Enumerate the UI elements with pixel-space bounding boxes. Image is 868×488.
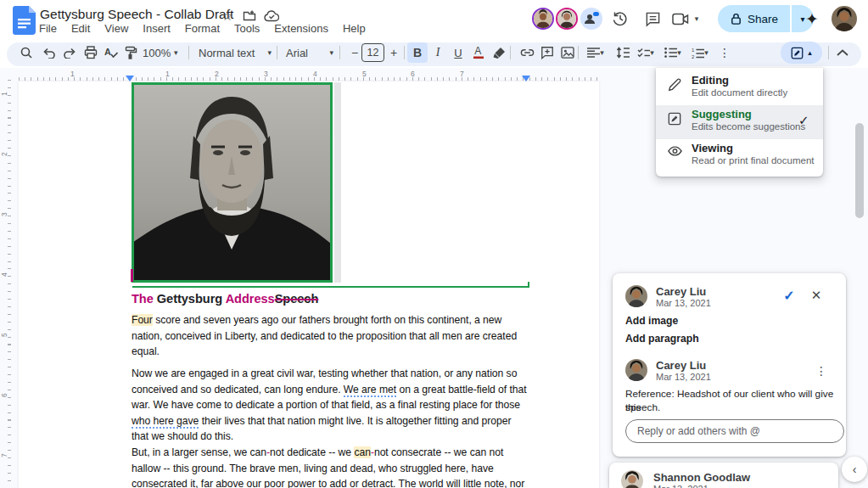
suggestion-comment-card[interactable]: Carey Liu Mar 13, 2021 ✓ ✕ Add image Add… — [613, 273, 846, 457]
doc-paragraph-2[interactable]: Now we are engaged in a great civil war,… — [132, 366, 527, 445]
ruler-number: 1 — [0, 87, 8, 96]
doc-heading[interactable]: The Gettysburg AddressSpeech — [132, 292, 318, 306]
vertical-scrollbar[interactable] — [855, 123, 864, 218]
eye-icon — [668, 146, 683, 161]
comment-options-icon[interactable]: ⋮ — [811, 361, 832, 381]
zoom-select[interactable]: 100% ▾ — [143, 42, 177, 63]
ruler-number: 1 — [165, 70, 170, 78]
more-options-icon[interactable]: ⋮ — [714, 42, 735, 63]
hide-menus-icon[interactable] — [832, 42, 853, 63]
editing-mode-menu: Editing Edit document directly Suggestin… — [656, 68, 823, 177]
image-side-shade — [334, 82, 341, 283]
mode-option-viewing[interactable]: Viewing Read or print final document — [656, 139, 823, 173]
menu-extensions[interactable]: Extensions — [274, 22, 328, 37]
svg-text:1: 1 — [692, 48, 695, 53]
ruler-number: 2 — [0, 148, 8, 156]
collaborator-avatar-2[interactable] — [556, 8, 578, 30]
checklist-icon[interactable]: ▾ — [633, 42, 658, 63]
collapsed-comment-card[interactable]: Shannon Goodlaw Mar 13, 2021 — [609, 463, 838, 488]
comment-date: Mar 13, 2021 — [656, 372, 711, 382]
checklist-caret-icon: ▾ — [650, 48, 654, 57]
share-label: Share — [748, 13, 778, 25]
commenter-avatar — [621, 470, 643, 488]
comment-date: Mar 13, 2021 — [653, 484, 708, 488]
insert-image-icon[interactable] — [557, 42, 578, 63]
menu-bar: File Edit View Insert Format Tools Exten… — [39, 22, 366, 37]
hand-raise-badge[interactable] — [580, 8, 602, 30]
suggestion-change-text: Add image — [625, 315, 678, 327]
line-spacing-icon[interactable] — [613, 42, 633, 63]
comment-date: Mar 13, 2021 — [656, 298, 711, 308]
style-caret-icon: ▾ — [267, 48, 272, 57]
redo-icon[interactable] — [59, 42, 80, 63]
toolbar-divider — [404, 46, 405, 59]
doc-paragraph-3[interactable]: But, in a larger sense, we can-not dedic… — [132, 445, 524, 488]
mode-option-editing[interactable]: Editing Edit document directly — [656, 71, 823, 105]
mode-label: Editing — [692, 74, 729, 87]
docs-logo-icon[interactable] — [13, 6, 36, 35]
accept-suggestion-button[interactable]: ✓ — [779, 285, 799, 306]
suggested-insert-underline — [132, 286, 529, 288]
toolbar-divider — [510, 46, 511, 59]
numbered-list-icon[interactable]: 12 ▾ — [687, 42, 713, 63]
text-color-button[interactable]: A — [468, 42, 489, 63]
underline-button[interactable]: U — [448, 42, 468, 63]
doc-paragraph-1[interactable]: Four score and seven years ago our fathe… — [132, 312, 517, 360]
bulleted-list-icon[interactable]: ▾ — [660, 42, 686, 63]
menu-file[interactable]: File — [39, 22, 57, 37]
reject-suggestion-button[interactable]: ✕ — [806, 285, 826, 306]
ruler-number: 7 — [460, 70, 464, 78]
reply-placeholder: Reply or add others with @ — [637, 425, 760, 437]
bold-button[interactable]: B — [407, 42, 428, 63]
indent-marker[interactable] — [126, 76, 134, 81]
svg-text:2: 2 — [692, 53, 695, 59]
document-page[interactable]: The Gettysburg AddressSpeech Four score … — [19, 81, 599, 488]
ruler-number: 4 — [0, 268, 8, 277]
menu-help[interactable]: Help — [343, 22, 366, 37]
share-button[interactable]: Share — [718, 5, 790, 32]
print-icon[interactable] — [81, 42, 101, 63]
increase-font-icon[interactable]: + — [384, 42, 404, 63]
highlight-color-icon[interactable] — [490, 42, 510, 63]
gemini-sparkle-icon[interactable]: ✦ — [801, 7, 823, 31]
google-docs-app: Gettysburg Speech - Collab Draft ☆ File … — [0, 0, 868, 488]
right-indent-marker[interactable] — [522, 76, 530, 81]
reply-input[interactable]: Reply or add others with @ — [625, 419, 844, 443]
align-left-icon[interactable]: ▾ — [583, 42, 608, 63]
ruler-number: 5 — [362, 70, 367, 78]
toolbar-divider — [188, 46, 189, 59]
menu-format[interactable]: Format — [185, 22, 220, 37]
video-call-caret-icon[interactable]: ▾ — [691, 7, 703, 31]
italic-button[interactable]: I — [428, 42, 448, 63]
version-history-icon[interactable] — [608, 7, 632, 31]
menu-tools[interactable]: Tools — [234, 22, 260, 37]
comment-history-icon[interactable] — [641, 7, 664, 31]
mode-option-suggesting[interactable]: Suggesting Edits become suggestions ✓ — [656, 105, 823, 139]
menu-edit[interactable]: Edit — [71, 22, 90, 37]
mode-desc: Edits become suggestions — [692, 121, 805, 132]
search-icon[interactable] — [16, 42, 36, 63]
account-avatar[interactable] — [832, 6, 857, 31]
paint-format-icon[interactable] — [120, 42, 141, 63]
mode-desc: Read or print final document — [692, 155, 814, 165]
lincoln-portrait-image[interactable] — [132, 82, 333, 283]
video-call-icon[interactable] — [670, 7, 691, 31]
collaborator-avatar-1[interactable] — [532, 8, 554, 30]
undo-icon[interactable] — [39, 42, 59, 63]
toolbar-divider — [277, 46, 277, 59]
paragraph-style-select[interactable]: Normal text▾ — [199, 42, 272, 63]
ruler-number: 4 — [313, 70, 317, 78]
menu-insert[interactable]: Insert — [143, 22, 171, 37]
font-caret-icon: ▾ — [329, 48, 333, 57]
menu-view[interactable]: View — [104, 22, 128, 37]
horizontal-ruler: 1 1 2 3 4 5 6 7 — [19, 70, 599, 81]
spellcheck-icon[interactable]: A — [101, 42, 121, 63]
collapse-comments-button[interactable]: ‹ — [842, 457, 867, 482]
document-title[interactable]: Gettysburg Speech - Collab Draft — [40, 7, 233, 22]
font-size-input[interactable]: 12 — [361, 43, 384, 62]
zoom-caret-icon: ▾ — [174, 48, 178, 57]
insert-comment-icon[interactable] — [537, 42, 557, 63]
editing-mode-button[interactable]: ▴ — [781, 42, 822, 64]
insert-link-icon[interactable] — [517, 42, 537, 63]
font-select[interactable]: Arial▾ — [286, 42, 333, 63]
